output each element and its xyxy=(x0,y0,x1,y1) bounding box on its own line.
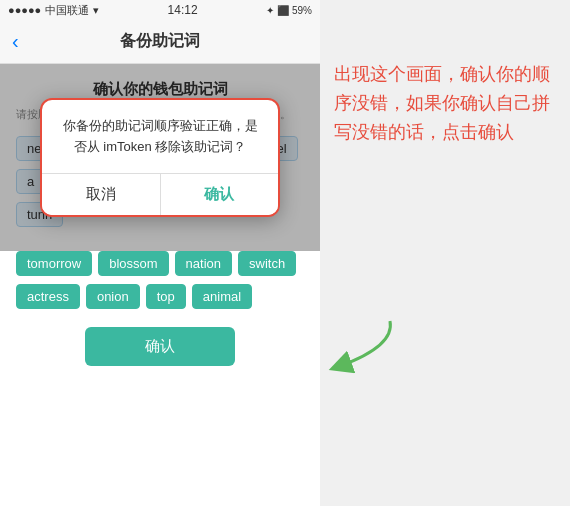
dialog-overlay: 你备份的助记词顺序验证正确，是否从 imToken 移除该助记词？ 取消 确认 xyxy=(0,64,320,251)
word-nation[interactable]: nation xyxy=(175,251,232,276)
phone-body: 确认你的钱包助记词 请按顺序点击助记词，以确认你的备份助记词填写正确。 neph… xyxy=(0,64,320,251)
nav-bar: ‹ 备份助记词 xyxy=(0,20,320,64)
word-switch[interactable]: switch xyxy=(238,251,296,276)
bottom-area: 确认 xyxy=(0,317,320,376)
nav-title: 备份助记词 xyxy=(120,31,200,52)
word-row-4: tomorrow blossom nation switch xyxy=(16,251,304,276)
signal-dots: ●●●●● xyxy=(8,4,41,16)
word-animal[interactable]: animal xyxy=(192,284,252,309)
wifi-icon: ▾ xyxy=(93,4,99,17)
status-time: 14:12 xyxy=(168,3,198,17)
dialog-confirm-button[interactable]: 确认 xyxy=(161,174,279,215)
annotation-panel: 出现这个画面，确认你的顺序没错，如果你确认自己拼写没错的话，点击确认 xyxy=(320,0,570,506)
phone-frame: ●●●●● 中国联通 ▾ 14:12 ✦ ⬛ 59% ‹ 备份助记词 确认你的钱… xyxy=(0,0,320,506)
word-actress[interactable]: actress xyxy=(16,284,80,309)
back-button[interactable]: ‹ xyxy=(12,30,19,53)
status-bar-left: ●●●●● 中国联通 ▾ xyxy=(8,3,99,18)
annotation-text: 出现这个画面，确认你的顺序没错，如果你确认自己拼写没错的话，点击确认 xyxy=(334,60,556,146)
dialog-text: 你备份的助记词顺序验证正确，是否从 imToken 移除该助记词？ xyxy=(58,116,262,158)
word-row-5: actress onion top animal xyxy=(16,284,304,309)
dialog-cancel-button[interactable]: 取消 xyxy=(42,174,161,215)
bottom-confirm-button[interactable]: 确认 xyxy=(85,327,235,366)
word-tomorrow[interactable]: tomorrow xyxy=(16,251,92,276)
annotation-arrow xyxy=(310,316,400,376)
carrier: 中国联通 xyxy=(45,3,89,18)
word-blossom2[interactable]: blossom xyxy=(98,251,168,276)
dialog-body: 你备份的助记词顺序验证正确，是否从 imToken 移除该助记词？ xyxy=(42,100,278,174)
word-onion[interactable]: onion xyxy=(86,284,140,309)
bluetooth-icon: ✦ xyxy=(266,5,274,16)
dialog-buttons: 取消 确认 xyxy=(42,173,278,215)
word-top[interactable]: top xyxy=(146,284,186,309)
status-bar-right: ✦ ⬛ 59% xyxy=(266,5,312,16)
battery-icon: ⬛ xyxy=(277,5,289,16)
status-bar: ●●●●● 中国联通 ▾ 14:12 ✦ ⬛ 59% xyxy=(0,0,320,20)
dialog: 你备份的助记词顺序验证正确，是否从 imToken 移除该助记词？ 取消 确认 xyxy=(40,98,280,218)
battery-level: 59% xyxy=(292,5,312,16)
